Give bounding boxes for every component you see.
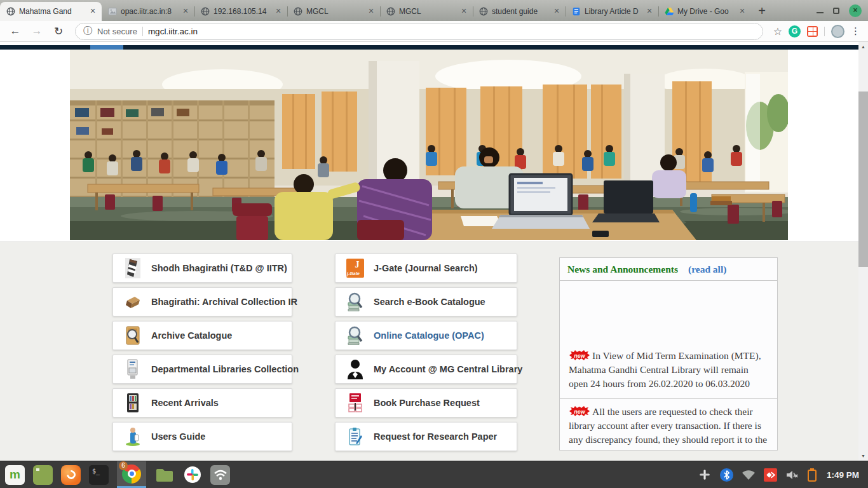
volume-muted-icon[interactable] [785,469,799,481]
network-launcher-icon[interactable] [210,465,230,485]
globe-favicon [386,6,396,17]
show-desktop-icon[interactable] [33,465,53,485]
mint-menu-button[interactable]: m [5,465,25,485]
browser-toolbar: ← → ↻ ⓘ Not secure mgcl.iitr.ac.in ☆ G ⋮ [0,21,868,42]
slack-tray-icon[interactable] [698,468,712,482]
close-icon[interactable]: × [88,6,98,17]
news-item: newIn View of Mid Term Examination (MTE)… [560,281,777,399]
anydesk-icon[interactable] [764,468,777,482]
guide-person-icon [124,425,142,448]
chrome-notification-badge: 6 [119,461,128,470]
restore-button[interactable] [833,8,839,14]
tab-my-drive[interactable]: My Drive - Goo × [658,2,751,21]
close-icon[interactable]: × [552,6,562,17]
scroll-up-arrow[interactable]: ▲ [858,42,868,51]
url-text: mgcl.iitr.ac.in [148,27,198,36]
bluetooth-icon[interactable] [720,468,733,482]
close-icon[interactable]: × [180,6,191,17]
tab-mgcl-1[interactable]: MGCL × [287,2,380,21]
firefox-icon[interactable] [61,465,81,485]
close-icon[interactable]: × [459,6,469,17]
taskbar: m $_ 6 1:49 PM [0,461,868,488]
extension-icon[interactable] [807,26,818,37]
tab-ip-address[interactable]: 192.168.105.14 × [194,2,287,21]
link-archive-catalogue[interactable]: Archive Catalogue [112,321,292,350]
tab-title: MGCL [306,7,363,16]
file-manager-icon[interactable] [154,465,174,485]
divider [824,27,825,36]
tab-student-guide[interactable]: student guide × [473,2,566,21]
tab-opac[interactable]: opac.iitr.ac.in:8 × [102,2,194,21]
tab-title: Mahatma Gand [19,7,85,16]
tab-mahatma-gandhi-library[interactable]: Mahatma Gand × [0,2,102,21]
chrome-menu-icon[interactable]: ⋮ [851,25,860,37]
scrollbar-thumb[interactable] [858,92,868,267]
window-close-button[interactable]: × [849,4,862,17]
chrome-taskbar-button[interactable]: 6 [117,461,146,488]
divider [142,27,143,36]
news-item-text: newAll the users are requested to check … [569,405,768,447]
news-header: News and Announcements (read all) [560,258,777,281]
link-ebook-catalogue[interactable]: Search e-Book Catalogue [335,287,517,316]
link-shodh-bhagirathi[interactable]: Shodh Bhagirathi (T&D @ IITR) [112,254,292,283]
window-controls: × [817,0,862,21]
link-my-account[interactable]: My Account @ MG Central Library [335,355,517,384]
tab-mgcl-2[interactable]: MGCL × [380,2,473,21]
system-tray: 1:49 PM [698,468,863,482]
battery-icon[interactable] [808,468,817,482]
book-form-icon [346,391,364,414]
scroll-down-arrow[interactable]: ▼ [858,451,868,461]
thesis-stack-icon [124,257,142,280]
close-icon[interactable]: × [366,6,376,17]
reload-button[interactable]: ↻ [51,25,66,38]
archive-box-icon [124,290,142,313]
grammarly-extension-icon[interactable]: G [789,25,801,37]
page-scrollbar[interactable]: ▲ ▼ [858,42,868,461]
link-book-purchase[interactable]: Book Purchase Request [335,388,517,417]
kiosk-icon [124,358,142,381]
tab-title: 192.168.105.14 [214,7,270,16]
slack-icon[interactable] [182,465,202,485]
security-label: Not secure [97,27,137,36]
back-button[interactable]: ← [8,25,23,37]
globe-favicon [200,6,210,17]
quick-links-column-2: Jj-Gate J-Gate (Journal Search) Search e… [335,254,517,456]
profile-avatar[interactable] [831,25,844,38]
link-recent-arrivals[interactable]: Recent Arrivals [112,388,292,417]
new-tab-button[interactable]: + [751,2,773,21]
link-departmental-libraries[interactable]: Departmental Libraries Collection [112,355,292,384]
link-archival-collection[interactable]: Bhagirathi: Archival Collection IR [112,287,292,316]
close-icon[interactable]: × [737,6,747,17]
read-all-link[interactable]: (read all) [688,264,726,275]
bookmark-star-icon[interactable]: ☆ [773,25,782,37]
globe-favicon [6,6,16,17]
new-badge-icon: new [569,350,590,361]
svg-text:j-Gate: j-Gate [346,271,360,276]
news-panel: News and Announcements (read all) newIn … [559,257,778,451]
forward-button[interactable]: → [29,25,44,37]
tab-title: My Drive - Goo [677,7,734,16]
close-icon[interactable]: × [644,6,654,17]
globe-favicon [293,6,303,17]
link-opac[interactable]: Online Catalogue (OPAC) [335,321,517,350]
minimize-button[interactable] [817,12,824,13]
site-nav-bar-edge [0,45,858,50]
link-users-guide[interactable]: Users Guide [112,422,292,451]
image-placeholder-favicon [107,6,118,17]
book-search-icon [346,290,364,313]
link-research-paper-request[interactable]: Request for Research Paper [335,422,517,451]
tab-library-article[interactable]: Library Article D × [566,2,658,21]
quick-links-column-1: Shodh Bhagirathi (T&D @ IITR) Bhagirathi… [112,254,292,456]
close-icon[interactable]: × [273,6,283,17]
info-icon[interactable]: ⓘ [83,25,92,37]
new-badge-icon: new [569,406,590,417]
library-photo [70,50,788,240]
news-item: newAll the users are requested to check … [560,399,777,450]
wifi-icon[interactable] [742,470,756,480]
terminal-icon[interactable]: $_ [89,465,109,485]
address-bar[interactable]: ⓘ Not secure mgcl.iitr.ac.in [75,23,763,40]
svg-text:new: new [574,409,586,415]
browser-tab-strip: Mahatma Gand × opac.iitr.ac.in:8 × 192.1… [0,0,868,21]
clock[interactable]: 1:49 PM [827,470,859,480]
link-jgate[interactable]: Jj-Gate J-Gate (Journal Search) [335,254,517,283]
